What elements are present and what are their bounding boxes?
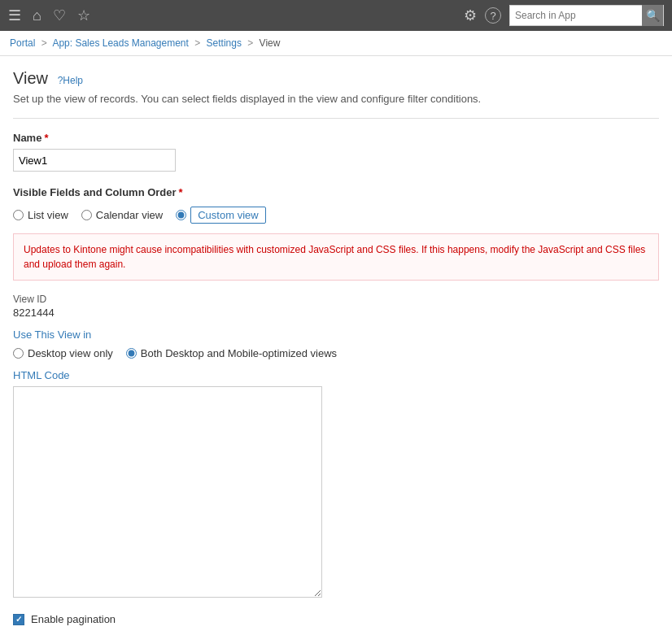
- name-input[interactable]: [13, 149, 176, 172]
- list-view-label: List view: [28, 209, 68, 221]
- desktop-only-radio-item[interactable]: Desktop view only: [13, 347, 113, 359]
- visible-fields-section: Visible Fields and Column Order* List vi…: [13, 186, 659, 224]
- view-id-value: 8221444: [13, 307, 659, 319]
- breadcrumb-sep-3: >: [247, 37, 253, 49]
- visible-fields-required: *: [179, 186, 183, 198]
- name-label: Name*: [13, 132, 659, 144]
- breadcrumb-sep-1: >: [41, 37, 47, 49]
- view-id-row: View ID 8221444: [13, 294, 659, 319]
- view-type-radio-group: List view Calendar view Custom view: [13, 207, 659, 224]
- breadcrumb-app[interactable]: App: Sales Leads Management: [52, 37, 188, 49]
- search-input[interactable]: [510, 6, 642, 25]
- desktop-only-radio[interactable]: [13, 348, 24, 359]
- html-code-row: HTML Code: [13, 369, 659, 600]
- page-title-area: View ?Help: [13, 69, 659, 93]
- both-views-radio[interactable]: [126, 348, 137, 359]
- calendar-view-label: Calendar view: [96, 209, 163, 221]
- breadcrumb-settings[interactable]: Settings: [207, 37, 242, 49]
- breadcrumb-current: View: [260, 37, 281, 49]
- name-field-group: Name*: [13, 132, 659, 172]
- enable-pagination-checkbox[interactable]: [13, 614, 24, 625]
- list-view-radio[interactable]: [13, 210, 24, 220]
- both-views-radio-item[interactable]: Both Desktop and Mobile-optimized views: [126, 347, 337, 359]
- search-button[interactable]: 🔍: [642, 5, 663, 26]
- custom-view-radio-item[interactable]: Custom view: [176, 207, 265, 224]
- use-view-radio-group: Desktop view only Both Desktop and Mobil…: [13, 347, 659, 359]
- breadcrumb-portal[interactable]: Portal: [10, 37, 35, 49]
- warning-box: Updates to Kintone might cause incompati…: [13, 233, 659, 281]
- view-id-label: View ID: [13, 294, 659, 305]
- search-bar: 🔍: [509, 5, 664, 26]
- help-link[interactable]: ?Help: [58, 75, 83, 86]
- breadcrumb-sep-2: >: [194, 37, 200, 49]
- bell-icon[interactable]: ♡: [53, 7, 66, 24]
- calendar-view-radio-item[interactable]: Calendar view: [81, 209, 163, 221]
- breadcrumb: Portal > App: Sales Leads Management > S…: [0, 31, 672, 56]
- use-this-view-row: Use This View in Desktop view only Both …: [13, 329, 659, 359]
- help-icon[interactable]: ?: [485, 7, 501, 24]
- divider-top: [13, 118, 659, 119]
- settings-icon[interactable]: ⚙: [464, 7, 477, 24]
- list-view-radio-item[interactable]: List view: [13, 209, 68, 221]
- topbar-right: ⚙ ? 🔍: [464, 5, 664, 26]
- page-description: Set up the view of records. You can sele…: [13, 93, 659, 105]
- enable-pagination-label: Enable pagination: [31, 613, 116, 625]
- menu-icon[interactable]: ☰: [8, 7, 21, 24]
- main-content: View ?Help Set up the view of records. Y…: [0, 56, 672, 644]
- custom-view-label: Custom view: [190, 207, 265, 224]
- custom-view-radio[interactable]: [176, 210, 186, 220]
- html-code-textarea[interactable]: [13, 386, 322, 598]
- calendar-view-radio[interactable]: [81, 210, 92, 220]
- visible-fields-label: Visible Fields and Column Order*: [13, 186, 659, 198]
- html-code-label: HTML Code: [13, 369, 659, 381]
- use-view-label: Use This View in: [13, 329, 659, 341]
- desktop-only-label: Desktop view only: [28, 347, 113, 359]
- required-star: *: [44, 132, 48, 144]
- page-title: View: [13, 69, 48, 88]
- topbar: ☰ ⌂ ♡ ☆ ⚙ ? 🔍: [0, 0, 672, 31]
- home-icon[interactable]: ⌂: [33, 7, 41, 24]
- warning-text: Updates to Kintone might cause incompati…: [24, 244, 645, 270]
- both-views-label: Both Desktop and Mobile-optimized views: [141, 347, 337, 359]
- pagination-row: Enable pagination: [13, 613, 659, 625]
- star-icon[interactable]: ☆: [77, 7, 90, 24]
